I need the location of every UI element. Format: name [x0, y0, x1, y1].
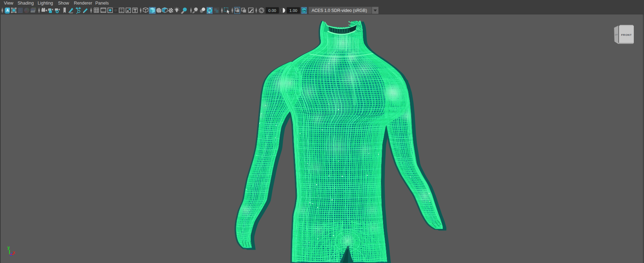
- svg-text:LEFT: LEFT: [615, 34, 618, 36]
- svg-text:x: x: [13, 250, 15, 255]
- svg-text:ON: ON: [302, 9, 306, 12]
- svg-text:1.00: 1.00: [289, 8, 297, 13]
- svg-text:ACES 1.0 SDR-video (sRGB): ACES 1.0 SDR-video (sRGB): [312, 8, 367, 13]
- svg-text:A: A: [6, 8, 9, 12]
- svg-text:0.00: 0.00: [268, 8, 276, 13]
- svg-text:y: y: [7, 245, 10, 250]
- svg-text:FRONT: FRONT: [621, 33, 632, 37]
- svg-text:z: z: [11, 251, 13, 256]
